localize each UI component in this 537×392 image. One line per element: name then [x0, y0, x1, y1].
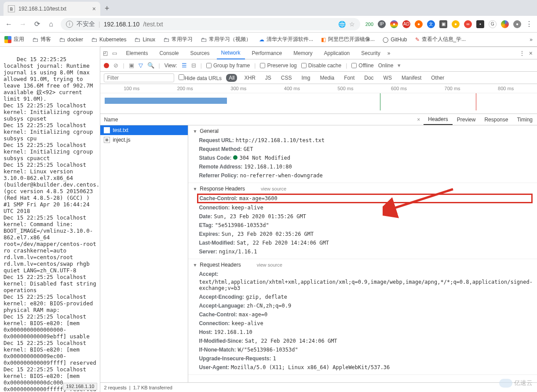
github-icon: ◯ — [383, 37, 388, 43]
throttle-select[interactable]: Online — [378, 62, 394, 69]
disable-cache-checkbox[interactable]: Disable cache — [301, 62, 341, 69]
browser-tab[interactable]: 🗎 192.168.1.10/test.txt × — [4, 2, 100, 16]
address-field[interactable]: i 不安全 | 192.168.1.10/test.txt 🌐 ☆ — [61, 18, 360, 30]
close-details-icon[interactable]: × — [413, 117, 424, 123]
bookmark-item[interactable]: ☁清华大学开源软件... — [259, 36, 313, 43]
ext-badge[interactable]: 200 — [365, 22, 373, 27]
tab-application[interactable]: Application — [320, 48, 354, 59]
inspect-icon[interactable]: ◰ — [103, 50, 108, 56]
ext-icon[interactable]: ● — [390, 20, 398, 28]
headers-tab[interactable]: Headers — [424, 114, 452, 125]
preserve-log-checkbox[interactable]: Preserve log — [260, 62, 296, 69]
ext-icon[interactable]: ∞ — [464, 20, 472, 28]
chevron-down-icon[interactable]: ▾ — [398, 62, 401, 69]
close-icon[interactable]: × — [92, 5, 96, 12]
bookmark-item[interactable]: ✎查看个人信息_学... — [415, 36, 466, 43]
file-icon: 🗎 — [104, 127, 110, 133]
request-headers-header[interactable]: ▼Request Headersview source — [193, 262, 533, 268]
response-headers-header[interactable]: ▼Response Headersview source — [193, 186, 533, 192]
folder-icon: 🗀 — [59, 36, 65, 43]
bookmark-item[interactable]: 🗀常用学习 — [163, 36, 193, 43]
settings-icon[interactable]: ⋮ — [519, 50, 525, 56]
ext-icon[interactable] — [501, 20, 509, 28]
bookmark-item[interactable]: 🗀博客 — [32, 36, 51, 43]
new-tab-button[interactable]: + — [105, 4, 110, 13]
ext-icon[interactable]: ▪ — [476, 20, 484, 28]
ext-icon[interactable]: ▣ — [439, 20, 447, 28]
ext-icon[interactable]: ● — [415, 20, 423, 28]
filter-doc[interactable]: Doc — [362, 74, 376, 82]
ext-icon[interactable]: G — [489, 20, 497, 28]
filter-img[interactable]: Img — [299, 74, 313, 82]
bookmark-item[interactable]: 🗀docker — [59, 36, 83, 43]
filter-icon[interactable]: ▽ — [139, 62, 143, 69]
bookmark-item[interactable]: 🗀Kubernetes — [91, 36, 126, 43]
overflow-icon[interactable]: » — [530, 37, 533, 43]
record-button[interactable] — [104, 63, 109, 68]
screenshot-icon[interactable]: ▣ — [129, 62, 134, 69]
filter-bar: Hide data URLs All XHR JS CSS Img Media … — [100, 72, 537, 84]
tab-elements[interactable]: Elements — [121, 48, 152, 59]
back-button[interactable]: ← — [4, 20, 13, 28]
apps-button[interactable]: 应用 — [4, 36, 24, 43]
filter-xhr[interactable]: XHR — [241, 74, 258, 82]
devtools: ◰ ▭ Elements Console Sources Network Per… — [100, 47, 537, 392]
general-section-header[interactable]: ▼General — [193, 128, 533, 134]
filter-manifest[interactable]: Manifest — [399, 74, 424, 82]
view-source-link[interactable]: view source — [257, 262, 282, 267]
large-rows-icon[interactable]: ☰ — [182, 62, 187, 69]
network-timeline[interactable]: 100 ms 200 ms 300 ms 400 ms 500 ms 600 m… — [100, 84, 537, 114]
tab-security[interactable]: Security — [357, 48, 384, 59]
info-icon[interactable]: i — [66, 21, 73, 28]
view-source-link[interactable]: view source — [261, 186, 286, 191]
reload-button[interactable]: ⟳ — [33, 20, 41, 28]
folder-icon: 🗀 — [32, 36, 38, 43]
close-devtools-button[interactable]: × — [527, 50, 534, 57]
device-icon[interactable]: ▭ — [112, 50, 117, 56]
home-button[interactable]: ⌂ — [47, 20, 55, 28]
filter-all[interactable]: All — [226, 74, 237, 82]
waterfall-icon[interactable]: ⊟ — [191, 62, 196, 69]
view-label: View: — [164, 62, 177, 69]
tab-console[interactable]: Console — [155, 48, 183, 59]
tab-network[interactable]: Network — [217, 47, 245, 59]
name-header[interactable]: Name — [100, 117, 188, 123]
ext-icon[interactable]: AD — [402, 20, 410, 28]
request-row-injectjs[interactable]: 🗎 inject.js — [100, 135, 188, 145]
bookmark-item[interactable]: 🗀Linux — [134, 36, 155, 43]
filter-input[interactable] — [104, 73, 174, 82]
forward-button[interactable]: → — [18, 20, 27, 28]
ext-icon[interactable]: ● — [513, 20, 521, 28]
response-tab[interactable]: Response — [480, 115, 512, 125]
filter-js[interactable]: JS — [263, 74, 274, 82]
bookmark-item[interactable]: 🗀常用学习（视频） — [201, 36, 251, 43]
preview-tab[interactable]: Preview — [453, 115, 480, 125]
filter-ws[interactable]: WS — [381, 74, 395, 82]
filter-media[interactable]: Media — [318, 74, 337, 82]
ext-icon[interactable]: IP — [378, 20, 386, 28]
filter-css[interactable]: CSS — [278, 74, 295, 82]
tab-sources[interactable]: Sources — [186, 48, 214, 59]
bookmark-item[interactable]: ◧阿里巴巴开源镜像... — [321, 36, 375, 43]
offline-checkbox[interactable]: Offline — [351, 62, 373, 69]
star-icon[interactable]: ☆ — [349, 21, 355, 28]
more-tabs-icon[interactable]: » — [387, 50, 391, 56]
request-row-testtxt[interactable]: 🗎 test.txt — [100, 125, 188, 135]
page-content: Dec 15 22:25:25 localhost journal: Runti… — [0, 47, 100, 392]
filter-other[interactable]: Other — [428, 74, 447, 82]
tab-title: 192.168.1.10/test.txt — [18, 6, 66, 12]
timing-tab[interactable]: Timing — [512, 115, 537, 125]
bookmark-item[interactable]: ◯GitHub — [383, 37, 407, 43]
clear-button[interactable]: ⊘ — [113, 62, 118, 69]
tab-memory[interactable]: Memory — [289, 48, 317, 59]
watermark: 亿速云 — [499, 379, 533, 388]
menu-icon[interactable]: ⋮ — [526, 20, 533, 28]
hide-data-urls-checkbox[interactable]: Hide data URLs — [179, 74, 222, 81]
ext-icon[interactable]: ● — [452, 20, 460, 28]
search-icon[interactable]: 🔍 — [147, 62, 154, 69]
filter-font[interactable]: Font — [341, 74, 357, 82]
translate-icon[interactable]: 🌐 — [338, 21, 346, 28]
tab-performance[interactable]: Performance — [248, 48, 287, 59]
ext-icon[interactable]: 文 — [427, 20, 435, 28]
group-by-frame-checkbox[interactable]: Group by frame — [206, 62, 250, 69]
